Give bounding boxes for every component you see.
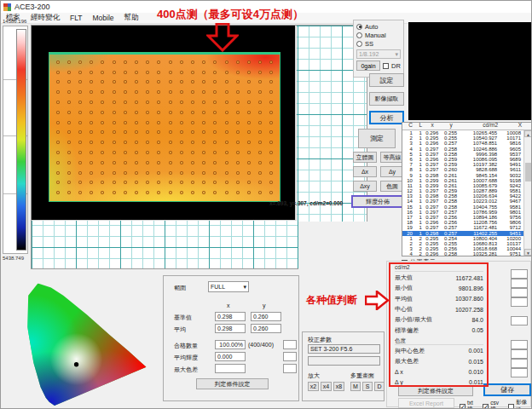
delta-y-button[interactable]: Δy	[380, 166, 404, 177]
judge-result-box	[511, 288, 528, 297]
judge-condition-button-2[interactable]: 判定條件設定	[196, 378, 269, 389]
radio-manual-icon[interactable]	[356, 32, 362, 38]
measure-dot	[113, 90, 116, 94]
measure-dot	[169, 151, 172, 154]
table-cell: 9751	[500, 251, 523, 256]
measure-dot	[135, 151, 138, 154]
measure-dot	[124, 181, 127, 184]
image-checkbox[interactable]: 影像檔	[508, 399, 531, 409]
measure-dot	[247, 151, 251, 154]
delta-x-button[interactable]: Δx	[353, 166, 377, 177]
scroll-up-icon[interactable]: ▲	[524, 130, 532, 137]
measure-dot	[258, 181, 262, 184]
image-label: 影像檔	[516, 399, 531, 409]
judge-result-box	[511, 359, 528, 368]
measure-dot	[157, 80, 160, 84]
ref-x-field[interactable]: 0.298	[215, 312, 246, 321]
avg-x-field[interactable]: 0.298	[215, 324, 246, 333]
table-scrollbar[interactable]: ▲ ▼	[523, 130, 531, 256]
measure-dot	[202, 130, 205, 134]
measure-dot	[56, 161, 60, 164]
capture-button[interactable]: 影像擷取	[369, 92, 404, 106]
radio-ss-icon[interactable]	[356, 41, 362, 47]
shutter-select[interactable]: 1/8.192 ▾	[356, 49, 401, 59]
measure-dot	[269, 90, 273, 94]
settings-button[interactable]: 設定	[369, 73, 404, 87]
measure-dot	[124, 141, 127, 144]
table-row[interactable]: 420.2960.25810325.2819751	[402, 251, 523, 256]
menu-help[interactable]: 幫助	[124, 13, 139, 23]
judge-condition-button[interactable]: 判定條件設定	[398, 385, 473, 396]
measure-dot	[113, 181, 116, 184]
multi-screen-label: 多重畫面	[350, 372, 374, 380]
csv-check-icon[interactable]: ✓	[483, 404, 489, 409]
ref-y-field[interactable]: 0.260	[251, 312, 281, 321]
scroll-thumb[interactable]	[525, 163, 531, 181]
save-button[interactable]: 儲存	[483, 383, 531, 396]
measure-dot	[78, 80, 82, 84]
measure-dot	[113, 121, 116, 124]
map3d-button[interactable]: 立體圖	[353, 152, 377, 163]
maxdiff-field[interactable]	[215, 364, 246, 373]
measure-dot	[180, 141, 183, 144]
measure-dot	[180, 191, 183, 194]
menu-flt[interactable]: FLT	[70, 14, 82, 22]
scroll-down-icon[interactable]: ▼	[524, 249, 532, 256]
measure-button[interactable]: 測定	[358, 129, 396, 148]
luminance-heatmap[interactable]	[49, 52, 280, 202]
csv-checkbox[interactable]: ✓ csv檔	[483, 400, 503, 409]
image-check-icon[interactable]	[508, 404, 514, 409]
stat-label: 最小值/最大值	[395, 315, 432, 324]
colormap-button[interactable]: 色圖	[380, 181, 404, 192]
measurement-grid-canvas[interactable]	[31, 25, 367, 269]
exposure-group: Auto Manual SS 1/8.192 ▾ 0gain DR	[353, 20, 404, 78]
contour-button[interactable]: 等高線	[380, 152, 404, 163]
measure-dot	[56, 121, 60, 124]
measure-dot	[101, 151, 104, 154]
col-cdm2: cd/m2	[460, 123, 500, 130]
radio-ss[interactable]: SS	[356, 39, 401, 48]
measure-dot	[101, 80, 104, 84]
excel-report-button[interactable]: Excel Report	[398, 398, 454, 408]
zoom-x8-button[interactable]: x8	[333, 382, 344, 391]
range-select[interactable]: FULL ▾	[208, 281, 249, 292]
measure-dot	[225, 111, 228, 114]
measure-dot	[180, 60, 183, 64]
measure-dot	[135, 111, 138, 114]
delta-xy-button[interactable]: Δxy	[353, 181, 377, 192]
menu-time-change[interactable]: 經時變化	[31, 13, 60, 23]
txt-check-icon[interactable]: ✓	[460, 404, 466, 409]
measure-dot	[213, 171, 217, 175]
measure-dot	[113, 171, 116, 175]
dr-checkbox[interactable]	[383, 63, 389, 69]
radio-auto[interactable]: Auto	[356, 22, 401, 31]
measure-dot	[269, 60, 273, 64]
zoom-x2-button[interactable]: x2	[308, 382, 319, 391]
measure-dot	[78, 151, 82, 154]
lum-dist-button[interactable]: 輝度分佈	[351, 195, 404, 208]
measure-dot	[113, 141, 116, 144]
measure-dot	[56, 111, 60, 114]
radio-auto-icon[interactable]	[356, 24, 362, 30]
measure-dot	[269, 71, 273, 74]
multi-d-button[interactable]: D	[374, 382, 385, 391]
save-format-checkboxes: ✓ txt檔 ✓ csv檔 影像檔	[460, 399, 531, 409]
measure-dot	[135, 191, 138, 194]
measure-dot	[269, 101, 273, 104]
zoom-x4-button[interactable]: x4	[321, 382, 332, 391]
lum-field[interactable]: 0.000	[215, 352, 246, 361]
multi-s-button[interactable]: S	[362, 382, 373, 391]
stat-value: 10307.860	[455, 296, 483, 302]
gain-button[interactable]: 0gain	[356, 60, 380, 71]
analyze-button[interactable]: 分析	[369, 111, 404, 124]
measure-dot	[236, 171, 240, 175]
measure-dot	[78, 130, 82, 134]
multi-m-button[interactable]: M	[350, 382, 361, 391]
txt-checkbox[interactable]: ✓ txt檔	[460, 400, 477, 409]
measure-dot	[191, 151, 194, 154]
measure-dot	[180, 121, 183, 124]
measure-dot	[247, 181, 251, 184]
menu-mobile[interactable]: Mobile	[92, 14, 113, 22]
avg-y-field[interactable]: 0.260	[251, 324, 281, 333]
radio-manual[interactable]: Manual	[356, 31, 401, 39]
